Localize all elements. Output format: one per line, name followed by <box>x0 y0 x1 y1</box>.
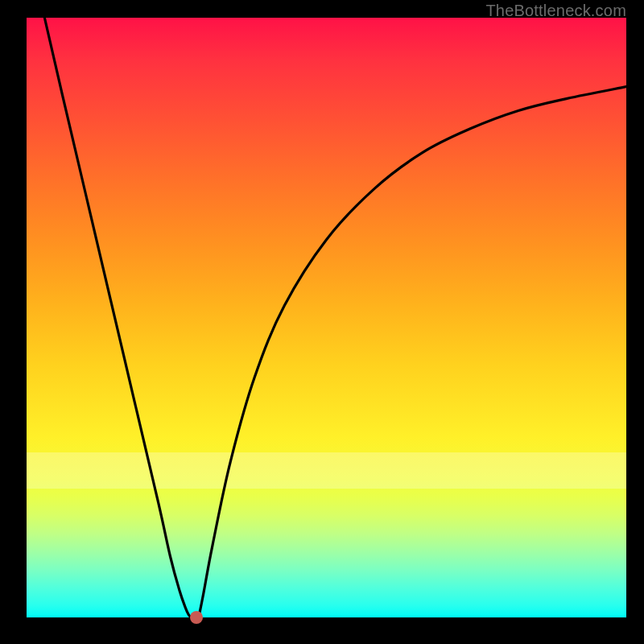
minimum-marker-dot <box>190 611 203 624</box>
chart-frame: TheBottleneck.com <box>0 0 644 644</box>
plot-area <box>27 18 626 617</box>
curve-left-branch <box>44 18 191 617</box>
curve-right-branch <box>199 87 626 617</box>
curve-svg <box>27 18 626 617</box>
